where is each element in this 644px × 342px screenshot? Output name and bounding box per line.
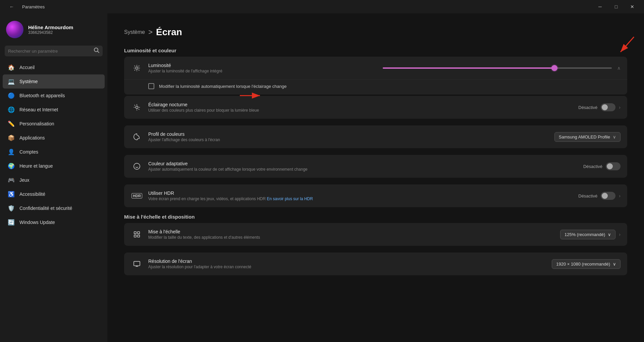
night-light-status: Désactivé [578,105,597,110]
nav-label-personnalisation: Personnalisation [19,121,54,126]
nav-label-applications: Applications [19,135,45,140]
sidebar-item-applications[interactable]: 📦 Applications [3,131,105,145]
sidebar-item-heure[interactable]: 🌍 Heure et langue [3,159,105,173]
svg-line-7 [135,70,135,70]
brightness-card: Luminosité Ajuster la luminosité de l'af… [124,57,627,95]
sidebar-item-accueil[interactable]: 🏠 Accueil [3,60,105,74]
avatar [6,21,23,38]
sidebar-item-systeme[interactable]: 💻 Système [3,74,105,89]
color-profile-text: Profil de couleurs Ajuster l'affichage d… [148,131,549,142]
nav-label-heure: Heure et langue [19,163,53,169]
night-light-label: Éclairage nocturne [148,102,573,107]
nav-label-accueil: Accueil [19,65,35,70]
resolution-icon [131,258,143,270]
search-input[interactable] [8,49,91,54]
close-button[interactable]: ✕ [625,1,640,12]
back-button[interactable]: ← [4,1,19,12]
resolution-value: 1920 × 1080 (recommandé) [556,262,610,267]
auto-brightness-checkbox[interactable] [148,83,154,89]
nav-label-jeux: Jeux [19,177,30,183]
brightness-slider-thumb[interactable] [551,65,557,71]
breadcrumb-sep: > [148,28,153,37]
sidebar-item-personnalisation[interactable]: ✏️ Personnalisation [3,117,105,131]
nav-label-reseau: Réseau et Internet [19,107,58,112]
breadcrumb-current: Écran [156,27,182,38]
nav-icon-accueil: 🏠 [7,64,15,71]
sidebar-item-accessibilite[interactable]: ♿ Accessibilité [3,187,105,201]
scale-label: Mise à l'échelle [148,229,555,234]
svg-line-4 [139,70,139,70]
sidebar-item-jeux[interactable]: 🎮 Jeux [3,173,105,187]
auto-brightness-label: Modifier la luminosité automatiquement l… [159,84,286,89]
adaptive-color-card: Couleur adaptative Ajuster automatiqueme… [124,155,627,178]
resolution-dropdown[interactable]: 1920 × 1080 (recommandé) ∨ [552,259,621,269]
sidebar-item-comptes[interactable]: 👤 Comptes [3,145,105,159]
adaptive-color-control: Désactivé [583,162,621,170]
nav-icon-accessibilite: ♿ [7,190,15,198]
hdr-label: Utiliser HDR [148,190,573,196]
resolution-label: Résolution de l'écran [148,259,546,264]
sidebar-item-confidentialite[interactable]: 🛡️ Confidentialité et sécurité [3,201,105,215]
resolution-desc: Ajuster la résolution pour l'adapter à v… [148,265,546,269]
user-name: Héline Armourdom [28,24,73,30]
night-light-text: Éclairage nocturne Utiliser des couleurs… [148,102,573,113]
night-light-icon [131,101,143,113]
nav-icon-personnalisation: ✏️ [7,120,15,127]
night-light-card: Éclairage nocturne Utiliser des couleurs… [124,96,627,119]
search-box[interactable] [5,46,103,56]
nav-icon-reseau: 🌐 [7,106,15,113]
scale-row: Mise à l'échelle Modifier la taille du t… [124,223,627,246]
adaptive-color-toggle[interactable] [606,162,621,170]
brightness-desc: Ajuster la luminosité de l'affichage int… [148,69,377,73]
nav-icon-comptes: 👤 [7,148,15,156]
scale-icon [131,228,143,240]
color-profile-desc: Ajuster l'affichage des couleurs à l'écr… [148,137,549,142]
color-profile-card: Profil de couleurs Ajuster l'affichage d… [124,125,627,148]
resolution-card: Résolution de l'écran Ajuster la résolut… [124,252,627,275]
brightness-main-row: Luminosité Ajuster la luminosité de l'af… [124,57,627,79]
hdr-row: HDR Utiliser HDR Votre écran prend en ch… [124,184,627,207]
nav-icon-update: 🔄 [7,219,15,226]
night-light-chevron[interactable]: › [619,105,621,110]
hdr-chevron[interactable]: › [619,193,621,198]
sidebar-item-update[interactable]: 🔄 Windows Update [3,215,105,229]
brightness-slider-track[interactable] [383,67,612,69]
svg-line-12 [135,105,135,106]
titlebar: ← Paramètres ─ □ ✕ [0,0,644,13]
user-info: Héline Armourdom 33662943582 [28,24,73,35]
nav-icon-jeux: 🎮 [7,176,15,184]
hdr-card: HDR Utiliser HDR Votre écran prend en ch… [124,184,627,207]
adaptive-color-status: Désactivé [583,164,602,169]
svg-rect-22 [134,262,140,266]
night-light-desc: Utiliser des couleurs plus claires pour … [148,108,573,113]
hdr-toggle[interactable] [601,192,615,200]
adaptive-color-icon [131,160,143,172]
resolution-row: Résolution de l'écran Ajuster la résolut… [124,252,627,275]
breadcrumb: Système > Écran [124,27,627,38]
svg-line-13 [139,109,139,110]
nav-icon-heure: 🌍 [7,162,15,170]
minimize-button[interactable]: ─ [592,1,608,12]
color-profile-label: Profil de couleurs [148,131,549,137]
brightness-collapse-button[interactable]: ∧ [617,65,621,71]
resolution-chevron-icon: ∨ [613,262,616,267]
scale-row-chevron[interactable]: › [619,232,621,237]
user-section: Héline Armourdom 33662943582 [0,16,107,44]
hdr-text: Utiliser HDR Votre écran prend en charge… [148,190,573,201]
sidebar-item-bluetooth[interactable]: 🔵 Bluetooth et appareils [3,89,105,103]
hdr-learn-more-link[interactable]: En savoir plus sur la HDR [267,196,313,201]
section-brightness-title: Luminosité et couleur [124,48,627,53]
nav-icon-bluetooth: 🔵 [7,92,15,99]
night-light-toggle[interactable] [601,103,615,111]
nav-label-update: Windows Update [19,220,55,225]
color-profile-chevron-icon: ∨ [613,134,616,139]
scale-dropdown[interactable]: 125% (recommandé) ∨ [560,230,615,239]
sidebar-item-reseau[interactable]: 🌐 Réseau et Internet [3,103,105,117]
nav-list: 🏠 Accueil 💻 Système 🔵 Bluetooth et appar… [0,60,107,229]
nav-label-comptes: Comptes [19,149,38,155]
color-profile-dropdown[interactable]: Samsung AMOLED Profile ∨ [554,132,621,142]
svg-rect-21 [138,235,140,237]
scale-value: 125% (recommandé) [565,232,605,237]
brightness-slider-wrap[interactable] [383,67,612,69]
maximize-button[interactable]: □ [608,1,624,12]
